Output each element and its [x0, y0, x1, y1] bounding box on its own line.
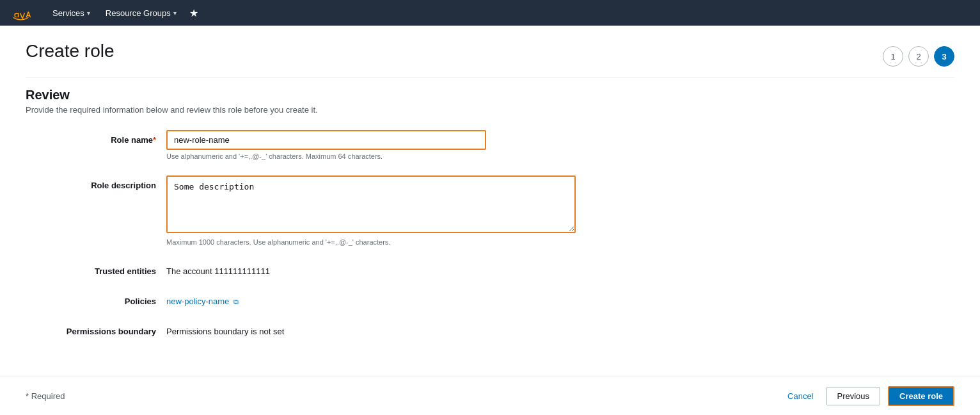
page-title-row: Create role 1 2 3 [26, 41, 954, 67]
step-2: 2 [908, 46, 929, 67]
favorites-icon[interactable]: ★ [184, 7, 203, 19]
divider [26, 77, 954, 77]
page-title: Create role [26, 41, 115, 61]
policy-link[interactable]: new-policy-name ⧉ [166, 297, 239, 306]
services-chevron-icon: ▾ [87, 10, 90, 17]
trusted-entities-label: Trusted entities [26, 261, 166, 276]
role-description-textarea[interactable]: Some description [166, 175, 576, 233]
role-description-row: Role description Some description Maximu… [26, 175, 954, 246]
create-role-button[interactable]: Create role [888, 386, 954, 406]
main-content: Create role 1 2 3 Review Provide the req… [0, 26, 980, 415]
role-description-hint: Maximum 1000 characters. Use alphanumeri… [166, 238, 576, 246]
page-footer: * Required Cancel Previous Create role [0, 377, 980, 415]
role-name-input[interactable] [166, 130, 486, 150]
role-name-hint: Use alphanumeric and '+=,.@-_' character… [166, 152, 576, 160]
policies-value: new-policy-name ⧉ [166, 291, 239, 306]
trusted-entities-row: Trusted entities The account 11111111111… [26, 261, 954, 276]
policies-label: Policies [26, 291, 166, 306]
review-section: Review Provide the required information … [0, 88, 980, 336]
role-name-row: Role name* Use alphanumeric and '+=,.@-_… [26, 130, 954, 160]
cancel-button[interactable]: Cancel [782, 391, 818, 401]
permissions-boundary-value: Permissions boundary is not set [166, 321, 284, 336]
permissions-boundary-row: Permissions boundary Permissions boundar… [26, 321, 954, 336]
aws-logo[interactable] [10, 4, 35, 22]
role-name-control-group: Use alphanumeric and '+=,.@-_' character… [166, 130, 576, 160]
section-title: Review [26, 88, 954, 102]
services-menu[interactable]: Services ▾ [45, 0, 98, 26]
resource-groups-chevron-icon: ▾ [173, 10, 177, 17]
footer-buttons: Cancel Previous Create role [782, 386, 954, 406]
step-3-active: 3 [934, 46, 954, 67]
permissions-boundary-label: Permissions boundary [26, 321, 166, 336]
role-name-label: Role name* [26, 130, 166, 145]
step-1: 1 [883, 46, 903, 67]
required-marker: * [153, 135, 156, 145]
services-label: Services [52, 8, 84, 18]
page-header: Create role 1 2 3 [0, 26, 980, 77]
step-indicators: 1 2 3 [883, 46, 954, 67]
policies-row: Policies new-policy-name ⧉ [26, 291, 954, 306]
top-navigation: Services ▾ Resource Groups ▾ ★ [0, 0, 980, 26]
role-description-control-group: Some description Maximum 1000 characters… [166, 175, 576, 246]
role-description-label: Role description [26, 175, 166, 190]
required-note: * Required [26, 391, 65, 401]
external-link-icon: ⧉ [233, 298, 239, 305]
section-description: Provide the required information below a… [26, 105, 954, 115]
resource-groups-label: Resource Groups [106, 8, 171, 18]
resource-groups-menu[interactable]: Resource Groups ▾ [98, 0, 184, 26]
previous-button[interactable]: Previous [826, 387, 881, 405]
trusted-entities-value: The account 111111111111 [166, 261, 270, 276]
